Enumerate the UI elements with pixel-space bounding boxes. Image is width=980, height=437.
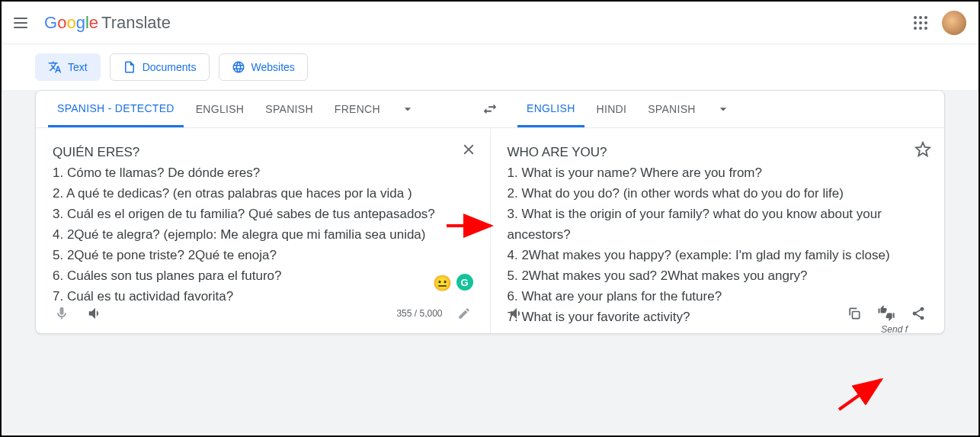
content-row: QUIÉN ERES? 1. Cómo te llamas? De dónde … [36,128,944,333]
translate-icon [48,60,62,74]
listen-target-icon[interactable] [508,304,526,323]
grammarly-icon[interactable]: G [456,274,473,291]
inline-badges: 😐 G [433,274,473,292]
text-mode-button[interactable]: Text [35,53,101,81]
mode-row: Text Documents Websites [2,44,978,91]
target-lang-side: ENGLISH HINDI SPANISH [505,91,944,127]
microphone-icon[interactable] [53,304,71,323]
source-lang-spanish[interactable]: SPANISH [256,91,322,127]
send-feedback-link[interactable]: Send f [881,324,908,335]
websites-mode-button[interactable]: Websites [219,53,308,81]
source-lang-detected[interactable]: SPANISH - DETECTED [48,91,184,127]
keyboard-icon[interactable] [455,304,473,323]
source-lang-side: SPANISH - DETECTED ENGLISH SPANISH FRENC… [36,91,475,127]
target-panel: WHO ARE YOU? 1. What is your name? Where… [491,128,945,333]
logo-text: Translate [101,13,171,33]
documents-mode-label: Documents [143,61,197,73]
share-icon[interactable] [909,304,927,323]
listen-source-icon[interactable] [86,304,104,323]
translate-card: SPANISH - DETECTED ENGLISH SPANISH FRENC… [35,90,945,334]
copy-icon[interactable] [845,304,863,323]
hamburger-icon[interactable] [14,14,32,32]
document-icon [123,60,136,74]
source-lang-english[interactable]: ENGLISH [187,91,254,127]
apps-icon[interactable] [911,14,930,32]
source-bottom-row: 355 / 5,000 [36,297,490,333]
source-text[interactable]: QUIÉN ERES? 1. Cómo te llamas? De dónde … [53,142,473,307]
source-more-chevron-icon[interactable] [399,100,417,118]
source-panel[interactable]: QUIÉN ERES? 1. Cómo te llamas? De dónde … [36,128,491,333]
save-star-icon[interactable] [914,140,932,159]
svg-rect-0 [853,312,860,319]
emoji-icon: 😐 [433,274,452,292]
globe-icon [232,60,245,74]
header: Google Translate [2,2,978,44]
language-row: SPANISH - DETECTED ENGLISH SPANISH FRENC… [36,91,944,127]
rate-icon[interactable] [877,304,895,323]
target-bottom-row [491,297,945,333]
target-lang-hindi[interactable]: HINDI [588,91,636,127]
char-count: 355 / 5,000 [396,308,442,319]
clear-button[interactable] [460,140,478,159]
target-more-chevron-icon[interactable] [714,100,732,118]
swap-languages-button[interactable] [475,91,505,127]
documents-mode-button[interactable]: Documents [110,53,210,81]
websites-mode-label: Websites [251,61,295,73]
text-mode-label: Text [68,61,88,73]
target-lang-english[interactable]: ENGLISH [517,91,584,127]
target-lang-spanish[interactable]: SPANISH [639,91,705,127]
avatar[interactable] [942,11,966,35]
source-lang-french[interactable]: FRENCH [325,91,389,127]
logo[interactable]: Google Translate [44,13,171,33]
